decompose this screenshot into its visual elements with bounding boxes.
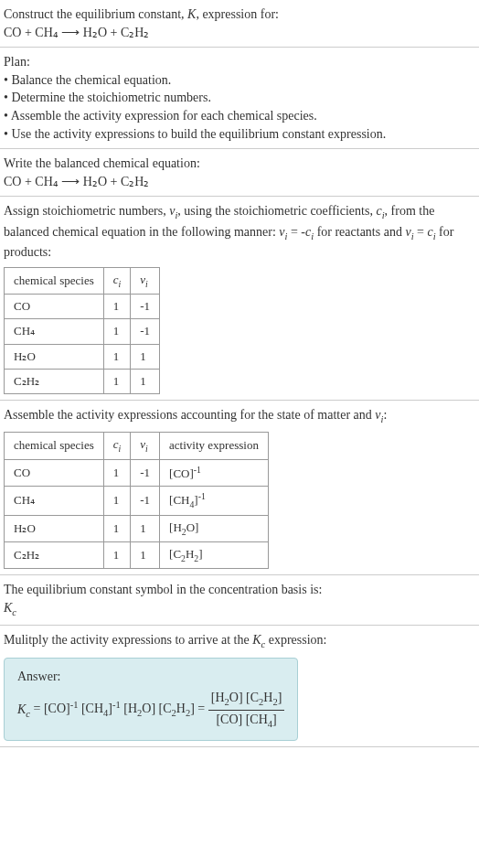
cell-vi: 1 [131,344,160,369]
answer-box: Answer: Kc = [CO]-1 [CH4]-1 [H2O] [C2H2]… [4,658,298,742]
cell-vi: -1 [131,459,160,487]
table-row: C₂H₂ 1 1 [C2H2] [5,541,269,568]
symbol-section: The equilibrium constant symbol in the c… [0,575,479,626]
col-ci: ci [103,433,131,459]
plan-title: Plan: [4,53,475,71]
cell-expr: [CH4]-1 [160,487,269,516]
plan-step: • Determine the stoichiometric numbers. [4,89,475,107]
problem-section: Construct the equilibrium constant, K, e… [0,0,479,48]
plan-step: • Use the activity expressions to build … [4,125,475,144]
table-row: H₂O 1 1 [5,344,160,369]
cell-ci: 1 [103,344,131,369]
final-instruction: Mulitply the activity expressions to arr… [4,631,475,651]
table-row: CO 1 -1 [5,295,160,319]
table-header-row: chemical species ci νi activity expressi… [5,433,269,459]
answer-fraction: [H2O] [C2H2] [CO] [CH4] [208,689,285,731]
col-ci: ci [103,267,131,294]
table-header-row: chemical species ci νi [5,267,160,294]
symbol-text: The equilibrium constant symbol in the c… [4,581,475,599]
cell-ci: 1 [103,487,131,516]
table-row: CH₄ 1 -1 [CH4]-1 [5,487,269,516]
balanced-equation: CO + CH₄ ⟶ H₂O + C₂H₂ [4,173,475,191]
balanced-instruction: Write the balanced chemical equation: [4,155,475,173]
table-row: C₂H₂ 1 1 [5,369,160,393]
cell-vi: 1 [131,515,160,541]
balanced-section: Write the balanced chemical equation: CO… [0,149,479,197]
cell-vi: 1 [131,369,160,393]
cell-ci: 1 [103,319,131,344]
cell-species: CO [5,295,104,319]
stoich-section: Assign stoichiometric numbers, νi, using… [0,197,479,401]
col-species: chemical species [5,433,104,459]
plan-section: Plan: • Balance the chemical equation. •… [0,48,479,149]
activity-section: Assemble the activity expressions accoun… [0,401,479,575]
answer-label: Answer: [17,668,284,686]
cell-ci: 1 [103,515,131,541]
cell-species: H₂O [5,344,104,369]
unbalanced-equation: CO + CH₄ ⟶ H₂O + C₂H₂ [4,24,475,42]
cell-ci: 1 [103,541,131,568]
fraction-numerator: [H2O] [C2H2] [208,689,285,710]
cell-species: CH₄ [5,319,104,344]
cell-vi: -1 [131,295,160,319]
col-vi: νi [131,267,160,294]
stoich-table: chemical species ci νi CO 1 -1 CH₄ 1 -1 … [4,267,160,394]
fraction-denominator: [CO] [CH4] [208,711,285,731]
symbol-kc: Kc [4,599,475,619]
stoich-instruction: Assign stoichiometric numbers, νi, using… [4,202,475,262]
col-activity: activity expression [160,433,269,459]
cell-vi: 1 [131,541,160,568]
plan-step: • Assemble the activity expression for e… [4,107,475,125]
col-species: chemical species [5,267,104,294]
activity-instruction: Assemble the activity expressions accoun… [4,406,475,426]
activity-table: chemical species ci νi activity expressi… [4,432,269,569]
final-section: Mulitply the activity expressions to arr… [0,626,479,747]
cell-ci: 1 [103,295,131,319]
cell-species: CO [5,459,104,487]
problem-instruction: Construct the equilibrium constant, K, e… [4,5,475,24]
cell-expr: [CO]-1 [160,459,269,487]
answer-equation: Kc = [CO]-1 [CH4]-1 [H2O] [C2H2] = [H2O]… [17,689,284,731]
table-row: H₂O 1 1 [H2O] [5,515,269,541]
table-row: CH₄ 1 -1 [5,319,160,344]
table-row: CO 1 -1 [CO]-1 [5,459,269,487]
cell-expr: [H2O] [160,515,269,541]
cell-vi: -1 [131,319,160,344]
cell-ci: 1 [103,369,131,393]
cell-ci: 1 [103,459,131,487]
cell-species: CH₄ [5,487,104,516]
cell-expr: [C2H2] [160,541,269,568]
plan-step: • Balance the chemical equation. [4,71,475,90]
col-vi: νi [131,433,160,459]
cell-vi: -1 [131,487,160,516]
cell-species: C₂H₂ [5,541,104,568]
cell-species: H₂O [5,515,104,541]
cell-species: C₂H₂ [5,369,104,393]
